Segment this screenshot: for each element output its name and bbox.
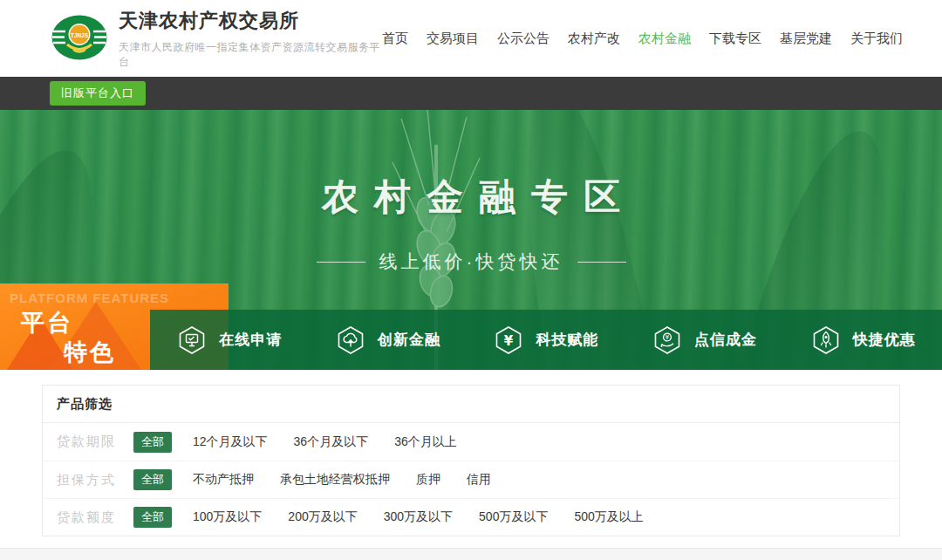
cloud-upload-icon [335, 324, 366, 356]
filter-option[interactable]: 承包土地经营权抵押 [280, 472, 390, 488]
nav-item-8[interactable]: 关于我们 [850, 31, 903, 47]
product-filter-panel: 产品筛选 贷款期限全部12个月及以下36个月及以下36个月以上担保方式全部不动产… [42, 385, 900, 536]
hero-subtitle: 线上低价·快贷快还 [379, 249, 563, 274]
site-subtitle: 天津市人民政府唯一指定集体资产资源流转交易服务平台 [119, 40, 382, 70]
sub-header-bar: 旧版平台入口 [0, 77, 942, 110]
main-content: 产品筛选 贷款期限全部12个月及以下36个月及以下36个月以上担保方式全部不动产… [0, 370, 942, 536]
online-apply-icon [176, 324, 208, 356]
filter-option[interactable]: 36个月以上 [394, 434, 457, 450]
filter-selected-badge[interactable]: 全部 [133, 507, 172, 528]
nav-item-3[interactable]: 公示公告 [497, 31, 550, 47]
features-title-line2: 特色 [64, 337, 116, 368]
nav-item-2[interactable]: 交易项目 [427, 31, 479, 47]
site-header: TJNJS 天津农村产权交易所 天津市人民政府唯一指定集体资产资源流转交易服务平… [0, 0, 942, 77]
old-platform-entry-button[interactable]: 旧版平台入口 [50, 81, 146, 106]
features-title-line1: 平台 [21, 307, 73, 338]
top-navigation: 首页交易项目公示公告农村产改农村金融下载专区基层党建关于我们 [382, 31, 903, 47]
hero-banner: 农村金融专区 线上低价·快贷快还 PLATFORM FEATURES 平台 特色… [0, 110, 942, 370]
nav-item-1[interactable]: 首页 [382, 31, 408, 47]
filter-option[interactable]: 12个月及以下 [193, 434, 268, 450]
feature-tab-1[interactable]: 在线申请 [150, 310, 309, 370]
filter-option[interactable]: 36个月及以下 [294, 434, 369, 450]
feature-tab-label: 科技赋能 [536, 330, 598, 350]
coin-hand-icon: ¥ [652, 324, 683, 356]
site-logo[interactable]: TJNJS [51, 11, 108, 65]
nav-item-6[interactable]: 下载专区 [709, 31, 761, 47]
hero-divider-line [577, 262, 626, 263]
filter-panel-header: 产品筛选 [43, 386, 899, 423]
svg-text:TJNJS: TJNJS [71, 32, 89, 38]
filter-selected-badge[interactable]: 全部 [133, 469, 172, 490]
filter-panel-title: 产品筛选 [57, 396, 113, 411]
filter-rows: 贷款期限全部12个月及以下36个月及以下36个月以上担保方式全部不动产抵押承包土… [43, 423, 899, 536]
filter-option[interactable]: 100万及以下 [193, 509, 262, 525]
feature-tab-label: 在线申请 [219, 330, 282, 350]
filter-selected-badge[interactable]: 全部 [133, 432, 172, 453]
page: TJNJS 天津农村产权交易所 天津市人民政府唯一指定集体资产资源流转交易服务平… [0, 0, 942, 560]
filter-option[interactable]: 500万及以下 [479, 509, 548, 525]
filter-row-label: 贷款额度 [57, 509, 121, 526]
filter-option[interactable]: 500万及以上 [574, 509, 643, 525]
filter-row-3: 贷款额度全部100万及以下200万及以下300万及以下500万及以下500万及以… [43, 498, 899, 536]
rocket-icon [810, 324, 842, 356]
feature-tab-3[interactable]: ¥科技赋能 [467, 310, 625, 370]
brand-block: 天津农村产权交易所 天津市人民政府唯一指定集体资产资源流转交易服务平台 [119, 8, 382, 70]
feature-tab-label: 快捷优惠 [853, 330, 916, 350]
hero-title: 农村金融专区 [0, 173, 942, 222]
feature-tab-4[interactable]: ¥点信成金 [625, 310, 784, 370]
nav-item-7[interactable]: 基层党建 [780, 31, 832, 47]
features-eyebrow: PLATFORM FEATURES [10, 290, 169, 305]
feature-tab-5[interactable]: 快捷优惠 [783, 310, 942, 370]
hero-divider-line [317, 262, 365, 263]
filter-row-1: 贷款期限全部12个月及以下36个月及以下36个月以上 [43, 423, 899, 461]
filter-option[interactable]: 信用 [467, 472, 491, 488]
svg-text:¥: ¥ [666, 333, 670, 341]
feature-tab-label: 点信成金 [694, 330, 757, 350]
nav-item-5[interactable]: 农村金融 [638, 31, 691, 47]
filter-option[interactable]: 质押 [416, 472, 440, 488]
filter-option[interactable]: 200万及以下 [288, 509, 357, 525]
feature-tab-label: 创新金融 [378, 330, 440, 350]
footer-strip [0, 548, 942, 560]
filter-row-label: 贷款期限 [57, 434, 121, 450]
yen-tech-icon: ¥ [493, 324, 524, 356]
svg-text:¥: ¥ [504, 332, 514, 348]
filter-row-2: 担保方式全部不动产抵押承包土地经营权抵押质押信用 [43, 461, 899, 498]
hero-text-block: 农村金融专区 线上低价·快贷快还 [0, 173, 942, 274]
filter-option[interactable]: 不动产抵押 [193, 472, 254, 488]
nav-item-4[interactable]: 农村产改 [568, 31, 620, 47]
feature-tabs-bar: 在线申请创新金融¥科技赋能¥点信成金快捷优惠 [150, 310, 942, 370]
site-title: 天津农村产权交易所 [119, 8, 382, 34]
logo-emblem-icon: TJNJS [51, 11, 108, 65]
filter-row-label: 担保方式 [57, 472, 121, 488]
feature-tab-2[interactable]: 创新金融 [309, 310, 468, 370]
filter-option[interactable]: 300万及以下 [384, 509, 453, 525]
